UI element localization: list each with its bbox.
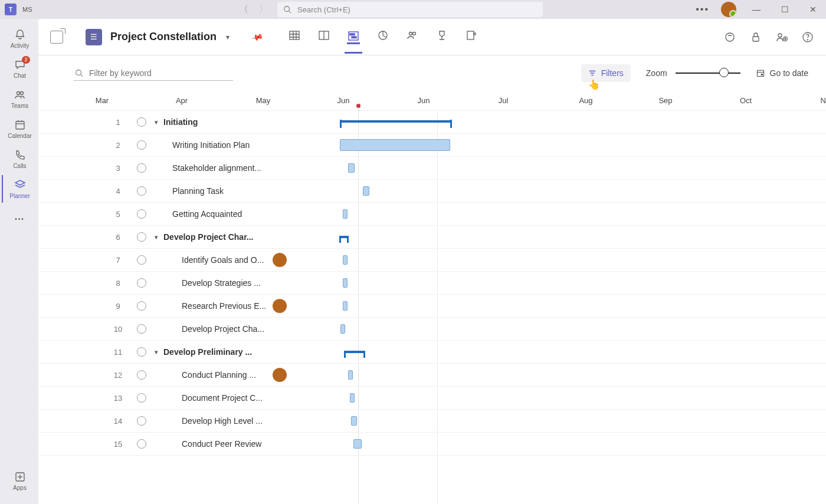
complete-checkbox[interactable] [137,232,146,242]
task-name[interactable]: Develop Project Char... [163,232,254,242]
task-row[interactable]: 10Develop Project Cha... [38,318,826,341]
rail-calendar[interactable]: Calendar [2,115,37,143]
complete-checkbox[interactable] [137,416,146,426]
complete-checkbox[interactable] [137,324,146,334]
close-button[interactable]: ✕ [805,5,821,14]
task-row[interactable]: 3Stakeholder alignment... [38,157,826,180]
task-row[interactable]: 4Planning Task [38,180,826,203]
task-name[interactable]: Stakeholder alignment... [172,163,261,173]
task-row[interactable]: 15Conduct Peer Review [38,433,826,456]
complete-checkbox[interactable] [137,186,146,196]
complete-checkbox[interactable] [137,209,146,219]
gantt-bar[interactable] [363,186,369,196]
assignments-view-icon[interactable] [465,29,478,42]
complete-checkbox[interactable] [137,301,146,311]
rail-calls[interactable]: Calls [2,145,37,173]
rail-teams[interactable]: Teams [2,85,37,113]
complete-checkbox[interactable] [137,117,146,127]
task-row[interactable]: 2Writing Initiation Plan [38,134,826,157]
task-name[interactable]: Initiating [163,117,198,127]
gantt-bar[interactable] [348,163,355,173]
chevron-down-icon[interactable]: ▾ [226,33,230,41]
go-to-date-button[interactable]: Go to date [756,68,808,78]
complete-checkbox[interactable] [137,163,146,173]
people-view-icon[interactable] [406,29,419,42]
minimize-button[interactable]: — [748,5,765,14]
task-name[interactable]: Develop Project Cha... [182,324,264,334]
gantt-chart[interactable]: MarAprMayJunJunJulAugSepOctNov 1▾Initiat… [38,91,826,504]
timeline-view-icon[interactable] [347,29,360,44]
gantt-bar[interactable] [351,416,357,426]
gantt-bar[interactable] [343,278,348,288]
expand-icon[interactable]: ▾ [155,118,158,126]
board-view-icon[interactable] [317,29,330,42]
chart-view-icon[interactable] [376,29,389,42]
task-name[interactable]: Develop Strategies ... [182,278,261,288]
gantt-bar[interactable] [340,139,450,151]
gantt-bar[interactable] [350,393,355,403]
task-row[interactable]: 14Develop High Level ... [38,410,826,433]
goals-view-icon[interactable] [435,29,448,42]
complete-checkbox[interactable] [137,255,146,265]
gantt-bar[interactable] [353,439,362,449]
gantt-bar[interactable] [340,324,345,334]
task-row[interactable]: 5Getting Acquainted [38,203,826,226]
global-search[interactable]: Search (Ctrl+E) [277,2,543,17]
project-title[interactable]: Project Constellation [110,31,217,43]
gantt-bar[interactable] [343,209,348,219]
expand-icon[interactable]: ▾ [155,348,158,356]
filter-keyword-field[interactable] [89,68,232,78]
help-icon[interactable] [801,31,814,44]
gantt-bar[interactable] [339,236,349,238]
complete-checkbox[interactable] [137,370,146,380]
rail-chat[interactable]: 2 Chat [2,55,37,83]
task-name[interactable]: Conduct Planning ... [182,370,256,380]
complete-checkbox[interactable] [137,140,146,150]
task-row[interactable]: 13Document Project C... [38,387,826,410]
assignee-avatar[interactable] [273,299,287,313]
complete-checkbox[interactable] [137,393,146,403]
task-name[interactable]: Getting Acquainted [172,209,242,219]
task-row[interactable]: 12Conduct Planning ... [38,364,826,387]
lock-icon[interactable] [749,31,762,44]
task-row[interactable]: 6▾Develop Project Char... [38,226,826,249]
maximize-button[interactable]: ☐ [776,5,793,14]
rail-activity[interactable]: Activity [2,25,37,52]
back-icon[interactable]: 〈 [239,4,248,16]
zoom-slider[interactable] [676,73,740,74]
task-row[interactable]: 7Identify Goals and O... [38,249,826,272]
task-name[interactable]: Writing Initiation Plan [172,140,250,150]
task-row[interactable]: 11▾Develop Preliminary ... [38,341,826,364]
task-row[interactable]: 1▾Initiating [38,111,826,134]
task-name[interactable]: Research Previous E... [182,301,266,311]
complete-checkbox[interactable] [137,278,146,288]
task-name[interactable]: Planning Task [172,186,224,196]
expand-icon[interactable]: ▾ [155,233,158,241]
gantt-bar[interactable] [344,351,365,353]
more-icon[interactable]: ••• [696,4,709,15]
task-name[interactable]: Identify Goals and O... [182,255,264,265]
task-name[interactable]: Conduct Peer Review [182,439,261,449]
filters-button[interactable]: Filters [581,64,631,82]
grid-view-icon[interactable] [288,29,301,42]
task-name[interactable]: Document Project C... [182,393,263,403]
copilot-icon[interactable] [723,31,736,44]
filter-input[interactable] [74,66,233,81]
gantt-bar[interactable] [343,301,348,311]
task-name[interactable]: Develop Preliminary ... [163,347,252,357]
assignee-avatar[interactable] [273,368,287,382]
gantt-bar[interactable] [343,255,348,265]
rail-apps[interactable]: Apps [2,467,37,495]
complete-checkbox[interactable] [137,347,146,357]
pin-icon[interactable]: 📌 [250,30,264,43]
task-name[interactable]: Develop High Level ... [182,416,263,426]
forward-icon[interactable]: 〉 [259,4,268,16]
user-avatar[interactable] [721,2,736,17]
task-row[interactable]: 8Develop Strategies ... [38,272,826,295]
task-row[interactable]: 9Research Previous E... [38,295,826,318]
rail-planner[interactable]: Planner [2,175,37,203]
complete-checkbox[interactable] [137,439,146,449]
assignee-avatar[interactable] [273,253,287,267]
gantt-bar[interactable] [348,370,353,380]
rail-more[interactable]: ••• [2,209,37,229]
